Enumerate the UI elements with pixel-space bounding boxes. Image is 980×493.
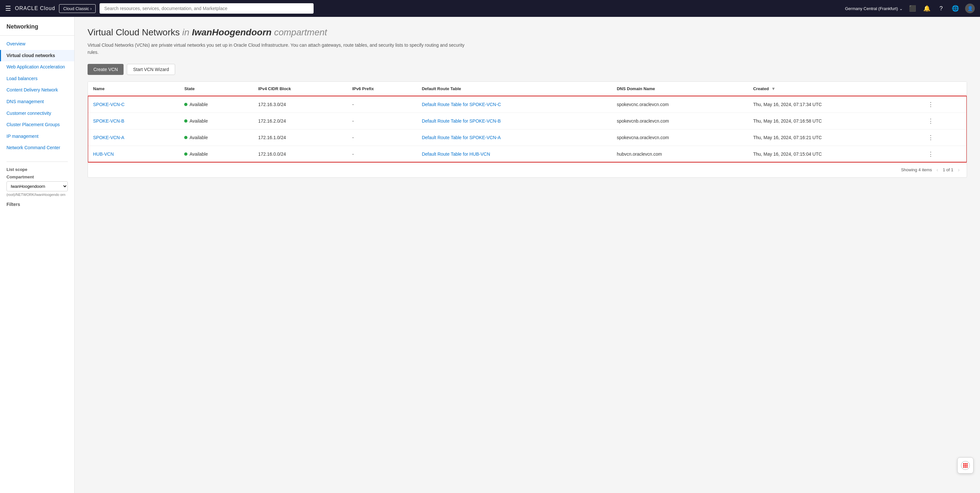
col-created[interactable]: Created ▼ — [748, 82, 920, 96]
compartment-select[interactable]: IwanHoogendoorn — [6, 181, 68, 191]
top-nav-right: Germany Central (Frankfurt) ⌄ ⬛ 🔔 ? 🌐 👤 — [845, 3, 975, 13]
search-input[interactable] — [100, 3, 313, 14]
language-globe-icon[interactable]: 🌐 — [951, 4, 960, 13]
sidebar-item-network-command-center[interactable]: Network Command Center — [0, 142, 74, 154]
col-ipv4: IPv4 CIDR Block — [253, 82, 347, 96]
table-row: SPOKE-VCN-AAvailable172.16.1.0/24-Defaul… — [88, 129, 967, 146]
table-row: SPOKE-VCN-BAvailable172.16.2.0/24-Defaul… — [88, 113, 967, 129]
page-title-suffix: compartment — [274, 27, 327, 37]
create-vcn-button[interactable]: Create VCN — [88, 64, 124, 75]
col-actions-header — [920, 82, 967, 96]
table-header-row: Name State IPv4 CIDR Block IPv6 Prefix D… — [88, 82, 967, 96]
row-kebab-menu[interactable]: ⋮ — [925, 100, 936, 108]
vcn-dns-domain: spokevcnb.oraclevcn.com — [612, 113, 748, 129]
col-name: Name — [88, 82, 179, 96]
vcn-created-date: Thu, May 16, 2024, 07:17:34 UTC — [748, 96, 920, 113]
sidebar-item-customer-connectivity[interactable]: Customer connectivity — [0, 108, 74, 119]
vcn-ipv6: - — [347, 113, 417, 129]
compartment-path: (root)/NETWORK/IwanHoogendo orn — [6, 192, 68, 197]
svg-point-7 — [963, 466, 964, 468]
list-scope-section: List scope Compartment IwanHoogendoorn (… — [0, 162, 74, 197]
default-route-table-link[interactable]: Default Route Table for SPOKE-VCN-B — [422, 118, 501, 124]
vcn-name-link[interactable]: HUB-VCN — [93, 151, 114, 157]
vcn-ipv4: 172.16.1.0/24 — [253, 129, 347, 146]
vcn-state: Available — [179, 113, 253, 129]
vcn-table: Name State IPv4 CIDR Block IPv6 Prefix D… — [88, 82, 967, 162]
status-available-dot — [184, 103, 188, 106]
hamburger-menu-icon[interactable]: ☰ — [5, 5, 11, 12]
pagination-next-button[interactable]: › — [956, 166, 961, 173]
status-available-dot — [184, 153, 188, 156]
region-label: Germany Central (Frankfurt) — [845, 6, 898, 11]
vcn-dns-domain: spokevcnc.oraclevcn.com — [612, 96, 748, 113]
oracle-wordmark: ORACLE — [15, 5, 38, 11]
vcn-created-date: Thu, May 16, 2024, 07:16:21 UTC — [748, 129, 920, 146]
status-available-dot — [184, 119, 188, 122]
main-content: Virtual Cloud Networks in IwanHoogendoor… — [75, 17, 980, 493]
sidebar-item-cluster-placement[interactable]: Cluster Placement Groups — [0, 119, 74, 131]
help-button[interactable] — [957, 457, 974, 474]
default-route-table-link[interactable]: Default Route Table for SPOKE-VCN-C — [422, 102, 501, 107]
sidebar-item-ip-management[interactable]: IP management — [0, 131, 74, 142]
console-dashboard-icon[interactable]: ⬛ — [908, 4, 917, 13]
svg-point-1 — [963, 463, 964, 464]
vcn-ipv4: 172.16.3.0/24 — [253, 96, 347, 113]
app-layout: Networking Overview Virtual cloud networ… — [0, 17, 980, 493]
default-route-table-link[interactable]: Default Route Table for HUB-VCN — [422, 151, 490, 157]
vcn-state: Available — [179, 96, 253, 113]
page-description: Virtual Cloud Networks (VCNs) are privat… — [88, 41, 477, 56]
sort-icon: ▼ — [772, 86, 776, 91]
row-kebab-menu[interactable]: ⋮ — [925, 117, 936, 125]
help-grid-icon — [961, 461, 970, 470]
vcn-name-link[interactable]: SPOKE-VCN-B — [93, 118, 124, 124]
showing-items: Showing 4 items — [901, 167, 932, 172]
user-avatar[interactable]: 👤 — [965, 3, 975, 13]
page-title: Virtual Cloud Networks in IwanHoogendoor… — [88, 27, 967, 38]
page-title-in: in — [182, 27, 189, 37]
col-state: State — [179, 82, 253, 96]
svg-point-9 — [966, 466, 968, 468]
status-available-dot — [184, 136, 188, 139]
vcn-state: Available — [179, 146, 253, 162]
row-kebab-menu[interactable]: ⋮ — [925, 134, 936, 142]
vcn-ipv6: - — [347, 146, 417, 162]
default-route-table-link[interactable]: Default Route Table for SPOKE-VCN-A — [422, 135, 501, 140]
pagination-info: 1 of 1 — [943, 167, 953, 172]
table-row: HUB-VCNAvailable172.16.0.0/24-Default Ro… — [88, 146, 967, 162]
row-kebab-menu[interactable]: ⋮ — [925, 150, 936, 158]
notifications-bell-icon[interactable]: 🔔 — [922, 4, 931, 13]
sidebar-item-overview[interactable]: Overview — [0, 38, 74, 50]
region-chevron-icon: ⌄ — [899, 6, 903, 11]
col-route-table: Default Route Table — [417, 82, 612, 96]
sidebar-item-cdn[interactable]: Content Delivery Network — [0, 84, 74, 96]
vcn-created-date: Thu, May 16, 2024, 07:16:58 UTC — [748, 113, 920, 129]
col-ipv6: IPv6 Prefix — [347, 82, 417, 96]
help-question-icon[interactable]: ? — [937, 4, 946, 13]
vcn-state: Available — [179, 129, 253, 146]
svg-point-8 — [965, 466, 966, 468]
col-dns: DNS Domain Name — [612, 82, 748, 96]
start-vcn-wizard-button[interactable]: Start VCN Wizard — [127, 64, 175, 75]
top-navigation: ☰ ORACLE Cloud Cloud Classic › Germany C… — [0, 0, 980, 17]
vcn-dns-domain: spokevcna.oraclevcn.com — [612, 129, 748, 146]
cloud-wordmark: Cloud — [40, 5, 55, 11]
vcn-name-link[interactable]: SPOKE-VCN-C — [93, 102, 124, 107]
cloud-classic-button[interactable]: Cloud Classic › — [59, 4, 95, 13]
sidebar-item-waa[interactable]: Web Application Acceleration — [0, 61, 74, 73]
vcn-name-link[interactable]: SPOKE-VCN-A — [93, 135, 124, 140]
pagination-prev-button[interactable]: ‹ — [935, 166, 940, 173]
table-body: SPOKE-VCN-CAvailable172.16.3.0/24-Defaul… — [88, 96, 967, 162]
vcn-table-container: Name State IPv4 CIDR Block IPv6 Prefix D… — [88, 81, 967, 178]
svg-point-6 — [966, 465, 968, 466]
page-title-compartment: IwanHoogendoorn — [192, 27, 272, 37]
sidebar-title: Networking — [0, 23, 74, 36]
vcn-dns-domain: hubvcn.oraclevcn.com — [612, 146, 748, 162]
table-row: SPOKE-VCN-CAvailable172.16.3.0/24-Defaul… — [88, 96, 967, 113]
sidebar-item-dns[interactable]: DNS management — [0, 96, 74, 108]
sidebar-item-vcn[interactable]: Virtual cloud networks — [0, 50, 74, 62]
svg-point-3 — [966, 463, 968, 464]
vcn-ipv6: - — [347, 129, 417, 146]
sidebar-item-load-balancers[interactable]: Load balancers — [0, 73, 74, 85]
col-created-label: Created — [753, 86, 768, 91]
region-selector[interactable]: Germany Central (Frankfurt) ⌄ — [845, 6, 903, 11]
